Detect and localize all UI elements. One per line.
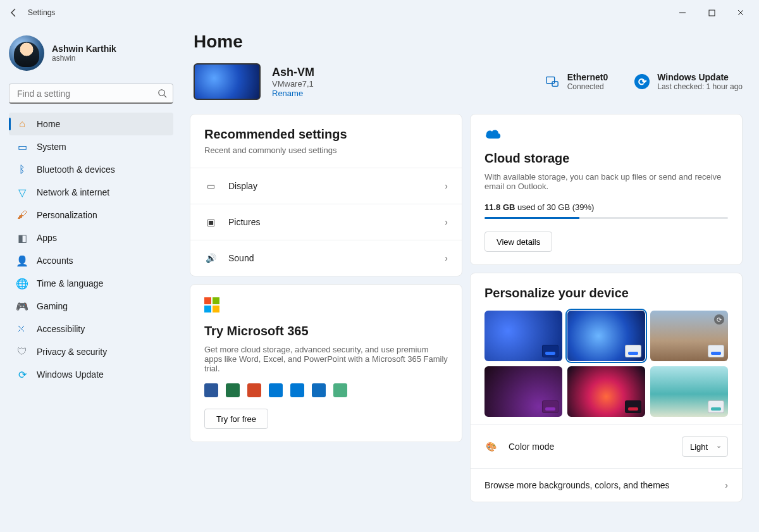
sidebar-item-personalization[interactable]: 🖌Personalization bbox=[9, 204, 173, 226]
theme-chip bbox=[708, 400, 724, 413]
sidebar-item-label: Accessibility bbox=[37, 324, 85, 334]
theme-option-t2[interactable] bbox=[567, 311, 645, 361]
sidebar-item-gaming[interactable]: 🎮Gaming bbox=[9, 295, 173, 318]
device-model: VMware7,1 bbox=[272, 79, 314, 89]
display-icon: ▭ bbox=[204, 180, 217, 192]
recommended-item-display[interactable]: ▭Display› bbox=[190, 168, 462, 204]
onedrive-icon bbox=[290, 383, 304, 397]
theme-option-t4[interactable] bbox=[484, 366, 562, 417]
sidebar: Ashwin Karthik ashwin ⌂Home▭SystemᛒBluet… bbox=[0, 25, 183, 532]
excel-icon bbox=[226, 383, 240, 397]
theme-option-t1[interactable] bbox=[484, 311, 562, 361]
sidebar-item-apps[interactable]: ◧Apps bbox=[9, 226, 173, 249]
browse-themes-link[interactable]: Browse more backgrounds, colors, and the… bbox=[471, 468, 742, 502]
svg-rect-4 bbox=[204, 297, 211, 304]
sidebar-item-label: Bluetooth & devices bbox=[37, 164, 115, 175]
personalize-title: Personalize your device bbox=[484, 286, 728, 300]
ethernet-title: Ethernet0 bbox=[567, 72, 608, 82]
defender-icon bbox=[269, 383, 283, 397]
ethernet-status[interactable]: Ethernet0Connected bbox=[545, 72, 608, 91]
sync-icon: ⟳ bbox=[634, 74, 650, 89]
recommended-item-sound[interactable]: 🔊Sound› bbox=[190, 240, 462, 276]
page-title: Home bbox=[194, 32, 743, 52]
sidebar-item-label: System bbox=[37, 142, 66, 152]
sidebar-item-time[interactable]: 🌐Time & language bbox=[9, 272, 173, 295]
svg-rect-3 bbox=[552, 82, 558, 86]
sidebar-item-label: Apps bbox=[37, 233, 57, 243]
sidebar-item-home[interactable]: ⌂Home bbox=[9, 113, 173, 135]
person-icon: 👤 bbox=[16, 255, 28, 266]
theme-option-t3[interactable]: ⟳ bbox=[650, 311, 728, 361]
sidebar-item-network[interactable]: ▽Network & internet bbox=[9, 181, 173, 204]
theme-chip bbox=[542, 345, 558, 357]
close-button[interactable] bbox=[726, 3, 755, 22]
color-mode-select[interactable]: Light bbox=[682, 436, 728, 457]
sidebar-item-accessibility[interactable]: ⛌Accessibility bbox=[9, 318, 173, 340]
chevron-right-icon: › bbox=[445, 181, 448, 191]
m365-app-icons bbox=[204, 383, 448, 397]
svg-rect-7 bbox=[213, 306, 219, 312]
sidebar-item-label: Privacy & security bbox=[37, 347, 107, 357]
theme-chip bbox=[625, 400, 641, 413]
cloud-progress-bar bbox=[484, 217, 728, 219]
rename-link[interactable]: Rename bbox=[272, 89, 314, 98]
sidebar-item-label: Accounts bbox=[37, 256, 73, 266]
family-icon bbox=[333, 383, 347, 397]
cloud-usage-text: 11.8 GB used of 30 GB (39%) bbox=[484, 202, 728, 212]
chevron-right-icon: › bbox=[725, 480, 728, 490]
app-title: Settings bbox=[28, 8, 55, 17]
main-panel: Home Ash-VM VMware7,1 Rename Ethernet0Co… bbox=[183, 25, 759, 532]
sidebar-item-update[interactable]: ⟳Windows Update bbox=[9, 363, 173, 386]
recommended-sub: Recent and commonly used settings bbox=[204, 145, 448, 155]
cloud-storage-card: Cloud storage With available storage, yo… bbox=[470, 114, 743, 265]
back-arrow-icon bbox=[9, 8, 19, 18]
maximize-button[interactable] bbox=[697, 3, 726, 22]
minimize-button[interactable] bbox=[668, 3, 697, 22]
accessibility-icon: ⛌ bbox=[16, 323, 28, 335]
sidebar-item-label: Personalization bbox=[37, 210, 97, 220]
device-thumbnail bbox=[194, 63, 261, 100]
recommended-item-pictures[interactable]: ▣Pictures› bbox=[190, 204, 462, 240]
color-mode-row: 🎨 Color mode Light ⌄ bbox=[471, 424, 742, 468]
picture-icon: ▣ bbox=[204, 216, 217, 228]
sidebar-item-privacy[interactable]: 🛡Privacy & security bbox=[9, 340, 173, 363]
svg-point-1 bbox=[159, 90, 164, 96]
theme-option-t5[interactable] bbox=[567, 366, 645, 417]
sidebar-item-system[interactable]: ▭System bbox=[9, 135, 173, 158]
ethernet-sub: Connected bbox=[567, 82, 608, 91]
theme-chip bbox=[542, 400, 558, 413]
recommended-item-label: Display bbox=[228, 181, 257, 191]
sidebar-item-label: Windows Update bbox=[37, 369, 104, 380]
sidebar-item-label: Time & language bbox=[37, 278, 103, 288]
shield-icon: 🛡 bbox=[16, 346, 28, 357]
svg-rect-6 bbox=[204, 306, 211, 312]
sync-icon: ⟳ bbox=[16, 369, 28, 380]
system-icon: ▭ bbox=[16, 141, 28, 152]
m365-try-button[interactable]: Try for free bbox=[204, 409, 268, 429]
recommended-item-label: Sound bbox=[228, 253, 254, 263]
outlook-icon bbox=[312, 383, 326, 397]
gamepad-icon: 🎮 bbox=[16, 300, 28, 312]
avatar bbox=[9, 35, 44, 71]
back-button[interactable] bbox=[4, 3, 24, 23]
cloud-view-details-button[interactable]: View details bbox=[484, 232, 552, 252]
m365-card: Try Microsoft 365 Get more cloud storage… bbox=[190, 284, 462, 442]
minimize-icon bbox=[679, 9, 686, 16]
brush-icon: 🖌 bbox=[16, 209, 28, 221]
sidebar-item-accounts[interactable]: 👤Accounts bbox=[9, 249, 173, 272]
globe-icon: 🌐 bbox=[16, 278, 28, 289]
svg-rect-2 bbox=[546, 77, 554, 84]
profile-block[interactable]: Ashwin Karthik ashwin bbox=[9, 35, 173, 71]
theme-option-t6[interactable] bbox=[650, 366, 728, 417]
nav-list: ⌂Home▭SystemᛒBluetooth & devices▽Network… bbox=[9, 113, 173, 386]
ethernet-icon bbox=[545, 74, 560, 89]
m365-desc: Get more cloud storage, advanced securit… bbox=[204, 345, 448, 373]
update-status[interactable]: ⟳ Windows UpdateLast checked: 1 hour ago bbox=[634, 72, 743, 91]
search-input[interactable] bbox=[9, 84, 173, 104]
profile-username: ashwin bbox=[52, 54, 116, 63]
bluetooth-icon: ᛒ bbox=[16, 164, 28, 175]
sidebar-item-bluetooth[interactable]: ᛒBluetooth & devices bbox=[9, 158, 173, 181]
sidebar-item-label: Home bbox=[37, 119, 60, 129]
device-name: Ash-VM bbox=[272, 66, 314, 79]
window-controls bbox=[668, 3, 755, 22]
